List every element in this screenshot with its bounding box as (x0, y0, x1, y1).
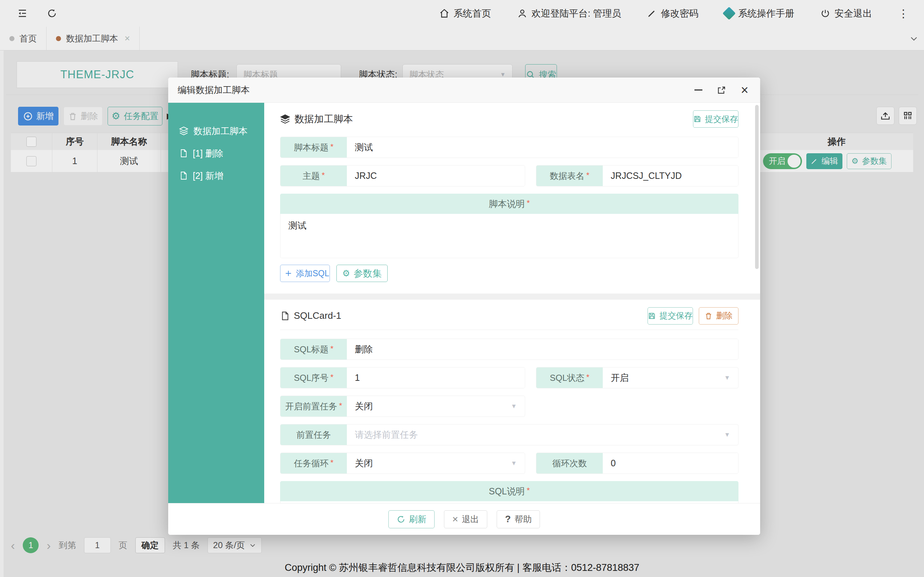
required-mark: * (339, 401, 342, 410)
pre-task-switch-label: 开启前置任务 (285, 401, 337, 412)
sql-delete-label: 删除 (716, 310, 733, 321)
required-mark: * (321, 171, 325, 180)
close-icon: × (452, 514, 458, 525)
caret-down-icon: ▼ (511, 460, 517, 467)
exit-button[interactable]: × 退出 (444, 510, 487, 528)
modal-sidebar: 数据加工脚本 [1] 删除 [2] 新增 (168, 103, 264, 503)
sql-submit-save-button[interactable]: 提交保存 (648, 307, 693, 324)
pre-task-placeholder: 请选择前置任务 (355, 429, 418, 441)
question-icon: ? (505, 514, 511, 525)
task-loop-select[interactable]: 关闭 ▼ (347, 453, 525, 474)
help-button[interactable]: ? 帮助 (497, 510, 540, 528)
edit-script-modal: 编辑数据加工脚本 × 数据加工脚本 [1] 删除 (168, 77, 760, 535)
pre-task-select[interactable]: 请选择前置任务 ▼ (347, 424, 738, 445)
required-mark: * (330, 458, 333, 467)
theme-label: 主题 (302, 170, 320, 182)
document-icon (179, 149, 188, 158)
sql-seq-label: SQL序号 (294, 372, 328, 384)
caret-down-icon: ▼ (724, 431, 730, 438)
layers-icon (179, 126, 188, 135)
sql-seq-field: SQL序号 * (280, 367, 525, 388)
sidebar-item-sql-2[interactable]: [2] 新增 (168, 168, 264, 184)
pre-task-field: 前置任务 请选择前置任务 ▼ (280, 424, 738, 445)
required-mark: * (527, 198, 530, 208)
sql-desc-header: SQL说明 * (280, 481, 738, 501)
add-sql-label: 添加SQL (296, 268, 329, 279)
task-loop-value: 关闭 (355, 457, 373, 469)
caret-down-icon: ▼ (511, 403, 517, 410)
required-mark: * (586, 171, 590, 180)
sidebar-item-label: [1] 删除 (193, 148, 223, 160)
loop-count-field: 循环次数 (536, 453, 738, 474)
sql-desc-label: SQL说明 (489, 485, 525, 497)
modal-footer: 刷新 × 退出 ? 帮助 (168, 503, 760, 535)
sql-title-label: SQL标题 (294, 344, 328, 355)
modal-title: 编辑数据加工脚本 (178, 84, 250, 96)
sidebar-item-sql-1[interactable]: [1] 删除 (168, 145, 264, 161)
task-loop-field: 任务循环 * 关闭 ▼ (280, 453, 525, 474)
script-title-field: 脚本标题 * (280, 137, 738, 158)
minimize-icon[interactable] (692, 84, 704, 96)
sql-title-input[interactable] (347, 339, 738, 359)
sidebar-item-label: 数据加工脚本 (194, 125, 247, 137)
script-section-card: 数据加工脚本 提交保存 脚本标题 * (264, 103, 760, 293)
add-sql-button[interactable]: 添加SQL (280, 265, 330, 282)
exit-button-label: 退出 (462, 514, 479, 525)
sql-delete-button[interactable]: 删除 (699, 307, 738, 324)
sql-status-select[interactable]: 开启 ▼ (603, 367, 738, 388)
pre-task-switch-select[interactable]: 关闭 ▼ (347, 396, 525, 416)
script-desc-header: 脚本说明 * (280, 193, 738, 214)
sidebar-item-label: [2] 新增 (193, 170, 223, 182)
pre-task-switch-value: 关闭 (355, 400, 373, 412)
modal-header: 编辑数据加工脚本 × (168, 77, 760, 103)
sql-seq-input[interactable] (347, 367, 525, 388)
param-set-button[interactable]: ⚙ 参数集 (336, 265, 388, 282)
theme-field: 主题 * (280, 165, 525, 187)
script-desc-textarea[interactable]: 测试 (280, 214, 738, 258)
sql-card: SQLCard-1 提交保存 删除 (264, 300, 760, 503)
loop-count-input[interactable] (603, 453, 738, 474)
maximize-icon[interactable] (716, 84, 728, 96)
sql-title-field: SQL标题 * (280, 338, 738, 360)
trash-icon (704, 312, 712, 320)
modal-scrollbar[interactable] (755, 105, 759, 269)
help-button-label: 帮助 (514, 514, 531, 525)
sql-status-label: SQL状态 (550, 372, 584, 384)
pre-task-label: 前置任务 (296, 429, 331, 441)
save-icon (693, 115, 701, 123)
required-mark: * (330, 344, 333, 353)
table-name-field: 数据表名 * (536, 165, 738, 187)
refresh-button-label: 刷新 (409, 514, 426, 525)
script-desc-label: 脚本说明 (489, 198, 525, 210)
script-title-input[interactable] (347, 137, 738, 158)
param-set-label: 参数集 (354, 267, 382, 280)
submit-save-button[interactable]: 提交保存 (693, 110, 738, 128)
table-name-input[interactable] (603, 166, 738, 186)
table-name-label: 数据表名 (550, 170, 584, 182)
submit-save-label: 提交保存 (705, 114, 738, 125)
save-icon (648, 312, 656, 320)
required-mark: * (586, 372, 590, 382)
document-icon (280, 311, 289, 321)
required-mark: * (330, 372, 333, 382)
modal-main: 数据加工脚本 提交保存 脚本标题 * (264, 103, 760, 503)
sidebar-item-data-script[interactable]: 数据加工脚本 (168, 123, 264, 139)
required-mark: * (330, 142, 333, 152)
theme-input[interactable] (347, 166, 525, 186)
layers-icon (280, 114, 290, 124)
sql-status-value: 开启 (611, 372, 629, 384)
caret-down-icon: ▼ (724, 374, 730, 382)
refresh-icon (397, 515, 405, 524)
sql-submit-save-label: 提交保存 (659, 310, 693, 321)
required-mark: * (527, 486, 530, 495)
close-icon[interactable]: × (738, 84, 751, 96)
refresh-button[interactable]: 刷新 (388, 510, 435, 528)
document-icon (179, 171, 188, 180)
pre-task-switch-field: 开启前置任务 * 关闭 ▼ (280, 396, 525, 417)
script-title-label: 脚本标题 (294, 142, 328, 153)
gear-icon: ⚙ (342, 268, 350, 279)
sql-status-field: SQL状态 * 开启 ▼ (536, 367, 738, 388)
sql-card-title: SQLCard-1 (294, 310, 341, 321)
loop-count-label: 循环次数 (552, 458, 587, 469)
plus-icon (284, 269, 292, 277)
